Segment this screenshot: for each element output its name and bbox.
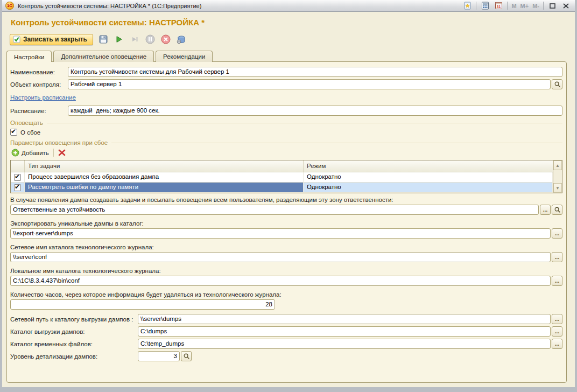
tab-recommendations[interactable]: Рекомендации: [156, 51, 213, 62]
temp-files-dir-field[interactable]: C:\temp_dumps: [138, 339, 551, 349]
pause-icon[interactable]: [145, 34, 156, 45]
dump-dir-label: Каталог выгрузки дампов:: [10, 328, 138, 335]
table-header-row: Тип задачи Режим: [11, 160, 553, 172]
tab-settings[interactable]: Настройки: [6, 51, 52, 62]
close-button[interactable]: [561, 2, 571, 10]
1c-logo-icon[interactable]: 1С: [5, 2, 14, 10]
titlebar-separator: [507, 2, 508, 10]
notify-group-caption: Оповещать: [10, 120, 562, 126]
log-retention-hours-label: Количество часов, через которое информац…: [10, 291, 562, 298]
network-dump-path-browse-button[interactable]: ...: [552, 314, 562, 324]
configure-schedule-link[interactable]: Настроить расписание: [10, 94, 76, 101]
responsible-label: В случае появления дампа создавать задач…: [10, 197, 562, 203]
stop-icon[interactable]: [160, 34, 171, 45]
tab-additional-notification[interactable]: Дополнительное оповещение: [53, 51, 154, 62]
table-scrollbar[interactable]: ▲ ▼: [553, 160, 562, 193]
dump-dir-browse-button[interactable]: ...: [552, 326, 562, 337]
export-dir-field[interactable]: \\export-server\dumps: [10, 228, 551, 239]
delete-x-icon: [58, 149, 66, 156]
control-object-search-button[interactable]: [552, 79, 562, 89]
form-toolbar: Записать и закрыть: [10, 32, 575, 46]
memory-minus-button[interactable]: M-: [532, 3, 539, 9]
step-forward-icon[interactable]: [129, 34, 140, 45]
save-and-close-label: Записать и закрыть: [23, 36, 87, 43]
failure-params-group-caption: Параметры оповещения при сбое: [10, 139, 562, 146]
maximize-button[interactable]: [547, 2, 557, 10]
row-checkbox[interactable]: [14, 174, 21, 181]
row-checkbox[interactable]: [14, 184, 21, 191]
page-title: Контроль устойчивости системы: НАСТРОЙКА…: [11, 18, 575, 27]
title-bar: 1С Контроль устойчивости системы: НАСТРО…: [2, 0, 575, 12]
name-field[interactable]: Контроль устойчивости системы для Рабочи…: [68, 67, 562, 77]
favorites-icon[interactable]: [462, 1, 472, 10]
network-log-dir-browse-button[interactable]: ...: [552, 252, 562, 262]
dump-detail-level-field[interactable]: 3: [138, 351, 180, 361]
log-retention-hours-field[interactable]: 28: [10, 299, 275, 310]
network-log-dir-label: Сетевое имя каталога технологического жу…: [10, 244, 562, 250]
network-log-dir-field[interactable]: \\server\conf: [10, 252, 551, 262]
app-window: 1С Контроль устойчивости системы: НАСТРО…: [0, 0, 577, 392]
network-dump-path-label: Сетевой путь к каталогу выгрузки дампов …: [10, 316, 138, 323]
memory-recall-button[interactable]: M: [511, 3, 516, 9]
notification-table: Тип задачи Режим Процесс завершился без …: [10, 160, 562, 193]
responsible-search-button[interactable]: [552, 205, 562, 215]
magnifier-icon: [554, 81, 561, 88]
control-object-label: Объект контроля:: [10, 81, 68, 88]
window-title: Контроль устойчивости системы: НАСТРОЙКА…: [18, 3, 201, 9]
schedule-field[interactable]: каждый день; каждые 900 сек.: [68, 106, 562, 116]
titlebar-separator: [476, 2, 476, 10]
run-icon[interactable]: [114, 34, 124, 45]
command-separator: [53, 149, 54, 157]
schedule-label: Расписание:: [10, 108, 68, 114]
export-dir-label: Экспортировать уникальные дампы в катало…: [10, 220, 562, 227]
temp-files-dir-browse-button[interactable]: ...: [552, 339, 562, 349]
database-settings-icon[interactable]: [176, 34, 187, 45]
local-log-dir-browse-button[interactable]: ...: [552, 276, 562, 286]
scroll-down-icon[interactable]: ▼: [553, 183, 562, 193]
temp-files-dir-label: Каталог временных файлов:: [10, 341, 138, 347]
calculator-icon[interactable]: [480, 1, 490, 10]
delete-row-button[interactable]: [58, 149, 66, 156]
tab-strip: Настройки Дополнительное оповещение Реко…: [6, 51, 575, 62]
header-mode: Режим: [304, 160, 553, 172]
responsible-choose-button[interactable]: ...: [540, 205, 551, 215]
on-failure-checkbox[interactable]: [10, 129, 17, 136]
header-task-type: Тип задачи: [25, 160, 304, 172]
dump-detail-level-label: Уровень детализации дампов:: [10, 353, 138, 360]
settings-tab-panel: Наименование: Контроль устойчивости сист…: [6, 61, 567, 383]
add-row-button[interactable]: Добавить: [11, 149, 49, 157]
calendar-icon[interactable]: 31: [494, 1, 503, 10]
table-command-bar: Добавить: [11, 149, 562, 157]
magnifier-icon: [554, 206, 561, 213]
calendar-day-label: 31: [497, 5, 501, 9]
scroll-up-icon[interactable]: ▲: [553, 160, 562, 170]
dump-dir-field[interactable]: C:\dumps: [138, 326, 551, 337]
responsible-field[interactable]: Ответственные за устойчивость: [10, 205, 539, 215]
network-dump-path-field[interactable]: \\server\dumps: [138, 314, 551, 324]
save-icon[interactable]: [98, 34, 109, 45]
export-dir-browse-button[interactable]: ...: [552, 228, 562, 239]
magnifier-icon: [183, 353, 190, 360]
table-row[interactable]: Процесс завершился без образования дампа…: [11, 172, 553, 183]
local-log-dir-label: Локальное имя каталога технологического …: [10, 268, 562, 274]
memory-plus-button[interactable]: M+: [520, 3, 529, 9]
local-log-dir-field[interactable]: C:\1C\8.3.4.437\bin\conf: [10, 276, 551, 286]
name-label: Наименование:: [10, 69, 68, 75]
save-and-close-button[interactable]: Записать и закрыть: [10, 34, 93, 45]
header-checkbox-column: [11, 160, 25, 172]
titlebar-separator: [543, 2, 544, 10]
save-check-icon: [13, 36, 20, 43]
dump-detail-level-search-button[interactable]: [181, 351, 192, 361]
control-object-field[interactable]: Рабочий сервер 1: [68, 79, 551, 89]
table-row-selected[interactable]: Рассмотреть ошибки по дампу памяти Однок…: [11, 183, 553, 193]
add-plus-icon: [11, 149, 19, 157]
on-failure-label: О сбое: [20, 129, 40, 136]
